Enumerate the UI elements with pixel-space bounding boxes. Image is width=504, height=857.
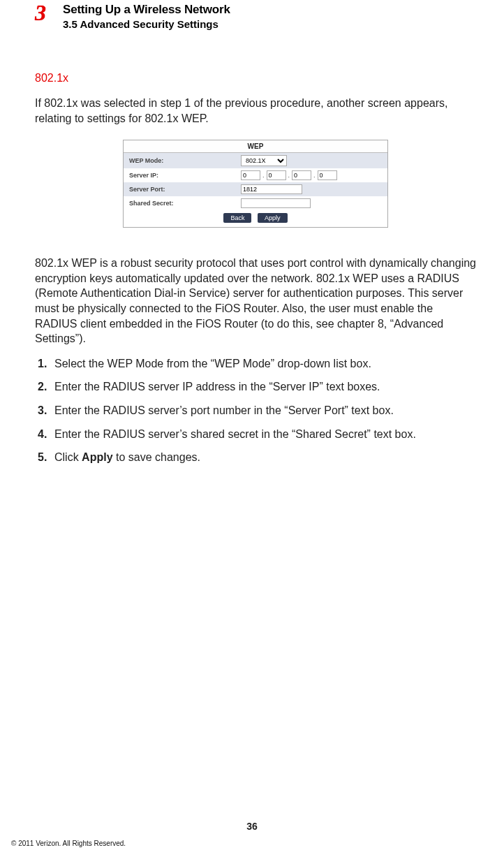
server-ip-octet-4[interactable] — [318, 170, 337, 180]
ip-dot: . — [313, 172, 316, 179]
apply-button[interactable]: Apply — [258, 213, 288, 223]
list-item: 3. Enter the RADIUS server’s port number… — [38, 403, 476, 418]
explain-paragraph: 802.1x WEP is a robust security protocol… — [35, 256, 476, 346]
step-number: 2. — [38, 379, 54, 395]
wep-panel-footer: Back Apply — [124, 210, 387, 227]
list-item: 1. Select the WEP Mode from the “WEP Mod… — [38, 356, 476, 372]
step-number: 3. — [38, 403, 54, 418]
wep-mode-row: WEP Mode: 802.1X — [124, 153, 387, 168]
ip-dot: . — [262, 172, 265, 179]
server-ip-octet-3[interactable] — [292, 170, 311, 180]
step-text: Enter the RADIUS server’s shared secret … — [54, 427, 476, 442]
step-text: Select the WEP Mode from the “WEP Mode” … — [54, 356, 476, 372]
server-ip-octet-2[interactable] — [267, 170, 286, 180]
shared-secret-label: Shared Secret: — [129, 200, 241, 207]
step-text: Click Apply to save changes. — [54, 450, 476, 465]
server-ip-octet-1[interactable] — [241, 170, 260, 180]
apply-bold: Apply — [82, 451, 112, 463]
step-number: 1. — [38, 356, 54, 372]
step-text: Enter the RADIUS server IP address in th… — [54, 379, 476, 395]
server-port-label: Server Port: — [129, 186, 241, 193]
wep-settings-panel: WEP WEP Mode: 802.1X Server IP: . . . — [123, 140, 388, 228]
shared-secret-input[interactable] — [241, 198, 311, 208]
section-heading-8021x: 802.1x — [35, 72, 476, 85]
step-number: 4. — [38, 427, 54, 442]
copyright-text: © 2011 Verizon. All Rights Reserved. — [11, 840, 126, 847]
step-text: Enter the RADIUS server’s port number in… — [54, 403, 476, 418]
server-port-row: Server Port: — [124, 182, 387, 196]
wep-panel-title: WEP — [124, 140, 387, 153]
chapter-number: 3 — [35, 0, 46, 26]
intro-paragraph: If 802.1x was selected in step 1 of the … — [35, 96, 476, 126]
server-ip-row: Server IP: . . . — [124, 168, 387, 182]
shared-secret-row: Shared Secret: — [124, 196, 387, 210]
back-button[interactable]: Back — [223, 213, 251, 223]
step-number: 5. — [38, 450, 54, 465]
steps-list: 1. Select the WEP Mode from the “WEP Mod… — [35, 356, 476, 465]
list-item: 5. Click Apply to save changes. — [38, 450, 476, 465]
list-item: 4. Enter the RADIUS server’s shared secr… — [38, 427, 476, 442]
list-item: 2. Enter the RADIUS server IP address in… — [38, 379, 476, 395]
server-port-input[interactable] — [241, 184, 302, 194]
server-ip-label: Server IP: — [129, 172, 241, 179]
ip-dot: . — [288, 172, 291, 179]
wep-mode-label: WEP Mode: — [129, 157, 241, 164]
chapter-title: Setting Up a Wireless Network — [63, 3, 476, 17]
wep-mode-select[interactable]: 802.1X — [241, 155, 287, 166]
chapter-header: 3 Setting Up a Wireless Network 3.5 Adva… — [35, 3, 476, 30]
section-title: 3.5 Advanced Security Settings — [63, 18, 476, 30]
page-number: 36 — [0, 821, 504, 832]
